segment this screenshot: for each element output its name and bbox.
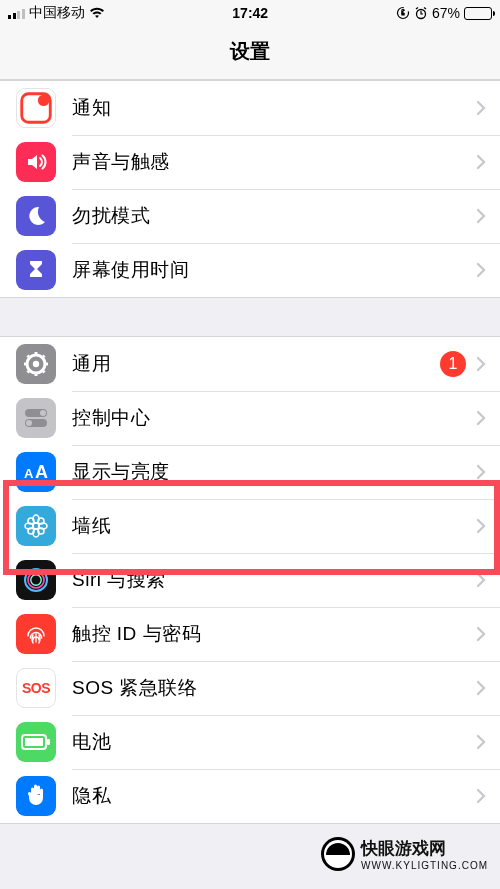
signal-icon bbox=[8, 7, 25, 19]
svg-line-15 bbox=[28, 370, 31, 373]
chevron-icon bbox=[476, 262, 486, 278]
row-label: 触控 ID 与密码 bbox=[72, 621, 476, 647]
watermark: 快眼游戏网 WWW.KYLIGTING.COM bbox=[321, 837, 488, 871]
svg-point-22 bbox=[33, 523, 39, 529]
svg-rect-35 bbox=[47, 739, 50, 745]
row-notifications[interactable]: 通知 bbox=[0, 81, 500, 135]
carrier-label: 中国移动 bbox=[29, 4, 85, 22]
settings-group-1: 通知 声音与触感 勿扰模式 屏幕使用时间 bbox=[0, 80, 500, 298]
status-bar: 中国移动 17:42 67% bbox=[0, 0, 500, 26]
status-time: 17:42 bbox=[232, 5, 268, 21]
watermark-title: 快眼游戏网 bbox=[361, 837, 488, 860]
svg-point-7 bbox=[33, 361, 39, 367]
row-wallpaper[interactable]: 墙纸 bbox=[0, 499, 500, 553]
fingerprint-icon bbox=[16, 614, 56, 654]
moon-icon bbox=[16, 196, 56, 236]
battery-percent: 67% bbox=[432, 5, 460, 21]
row-sos[interactable]: SOS SOS 紧急联络 bbox=[0, 661, 500, 715]
row-label: 墙纸 bbox=[72, 513, 476, 539]
battery-icon bbox=[464, 7, 492, 20]
chevron-icon bbox=[476, 100, 486, 116]
svg-rect-1 bbox=[401, 13, 404, 16]
row-label: 控制中心 bbox=[72, 405, 476, 431]
page-title: 设置 bbox=[0, 38, 500, 65]
row-general[interactable]: 通用 1 bbox=[0, 337, 500, 391]
row-label: 通用 bbox=[72, 351, 440, 377]
svg-point-19 bbox=[26, 420, 32, 426]
chevron-icon bbox=[476, 464, 486, 480]
svg-text:A: A bbox=[24, 466, 34, 481]
row-touchid[interactable]: 触控 ID 与密码 bbox=[0, 607, 500, 661]
row-siri[interactable]: Siri 与搜索 bbox=[0, 553, 500, 607]
row-label: 通知 bbox=[72, 95, 476, 121]
hand-icon bbox=[16, 776, 56, 816]
siri-icon bbox=[16, 560, 56, 600]
row-label: 显示与亮度 bbox=[72, 459, 476, 485]
row-sounds[interactable]: 声音与触感 bbox=[0, 135, 500, 189]
row-screentime[interactable]: 屏幕使用时间 bbox=[0, 243, 500, 297]
chevron-icon bbox=[476, 356, 486, 372]
svg-text:A: A bbox=[35, 462, 48, 482]
battery-settings-icon bbox=[16, 722, 56, 762]
svg-line-12 bbox=[28, 356, 31, 359]
svg-point-17 bbox=[40, 410, 46, 416]
row-privacy[interactable]: 隐私 bbox=[0, 769, 500, 823]
nav-header: 设置 bbox=[0, 26, 500, 80]
chevron-icon bbox=[476, 680, 486, 696]
chevron-icon bbox=[476, 410, 486, 426]
svg-rect-36 bbox=[25, 738, 43, 746]
chevron-icon bbox=[476, 518, 486, 534]
chevron-icon bbox=[476, 154, 486, 170]
chevron-icon bbox=[476, 626, 486, 642]
sounds-icon bbox=[16, 142, 56, 182]
gear-icon bbox=[16, 344, 56, 384]
lock-rotation-icon bbox=[396, 6, 410, 20]
row-label: Siri 与搜索 bbox=[72, 567, 476, 593]
flower-icon bbox=[16, 506, 56, 546]
svg-point-5 bbox=[38, 95, 49, 106]
row-label: 勿扰模式 bbox=[72, 203, 476, 229]
status-left: 中国移动 bbox=[8, 4, 105, 22]
row-control-center[interactable]: 控制中心 bbox=[0, 391, 500, 445]
settings-group-2: 通用 1 控制中心 AA 显示与亮度 墙纸 Siri 与搜索 触 bbox=[0, 336, 500, 824]
row-display[interactable]: AA 显示与亮度 bbox=[0, 445, 500, 499]
text-size-icon: AA bbox=[16, 452, 56, 492]
chevron-icon bbox=[476, 208, 486, 224]
notification-badge: 1 bbox=[440, 351, 466, 377]
watermark-url: WWW.KYLIGTING.COM bbox=[361, 860, 488, 871]
row-label: 屏幕使用时间 bbox=[72, 257, 476, 283]
row-battery[interactable]: 电池 bbox=[0, 715, 500, 769]
alarm-icon bbox=[414, 6, 428, 20]
watermark-logo-icon bbox=[321, 837, 355, 871]
svg-line-13 bbox=[42, 370, 45, 373]
svg-line-14 bbox=[42, 356, 45, 359]
switches-icon bbox=[16, 398, 56, 438]
row-label: SOS 紧急联络 bbox=[72, 675, 476, 701]
status-right: 67% bbox=[396, 5, 492, 21]
chevron-icon bbox=[476, 788, 486, 804]
row-label: 声音与触感 bbox=[72, 149, 476, 175]
row-label: 电池 bbox=[72, 729, 476, 755]
sos-icon: SOS bbox=[16, 668, 56, 708]
svg-point-33 bbox=[31, 575, 41, 585]
row-label: 隐私 bbox=[72, 783, 476, 809]
hourglass-icon bbox=[16, 250, 56, 290]
notifications-icon bbox=[16, 88, 56, 128]
wifi-icon bbox=[89, 7, 105, 19]
chevron-icon bbox=[476, 734, 486, 750]
chevron-icon bbox=[476, 572, 486, 588]
row-dnd[interactable]: 勿扰模式 bbox=[0, 189, 500, 243]
